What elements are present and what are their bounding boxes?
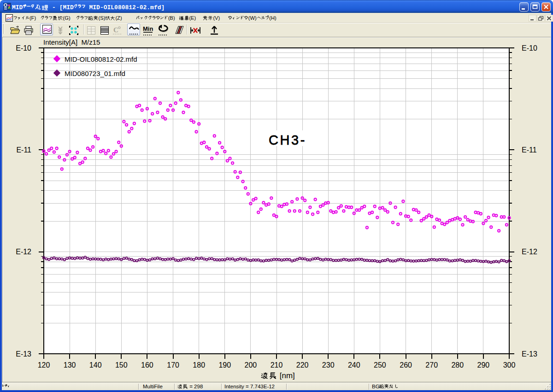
svg-text:140: 140 <box>89 361 102 369</box>
svg-text:CH3-: CH3- <box>269 133 306 147</box>
svg-text:300: 300 <box>503 361 516 369</box>
svg-text:E-10: E-10 <box>16 44 31 52</box>
svg-text:E-12: E-12 <box>522 248 537 256</box>
svg-text:180: 180 <box>193 361 205 369</box>
svg-text:E-13: E-13 <box>522 350 537 358</box>
svg-text:130: 130 <box>64 361 76 369</box>
svg-text:E-11: E-11 <box>16 146 31 154</box>
svg-text:170: 170 <box>167 361 179 369</box>
svg-text:190: 190 <box>218 361 231 369</box>
svg-text:MID-OIL080812-02.mfd: MID-OIL080812-02.mfd <box>65 55 137 63</box>
svg-text:200: 200 <box>245 361 257 369</box>
svg-text:E-13: E-13 <box>16 350 31 358</box>
svg-text:290: 290 <box>477 361 490 369</box>
svg-text:150: 150 <box>115 361 128 369</box>
svg-text:Intensity = 7.743E-12: Intensity = 7.743E-12 <box>224 384 275 389</box>
svg-text:E-11: E-11 <box>522 146 537 154</box>
svg-text:240: 240 <box>348 361 360 369</box>
svg-text:270: 270 <box>425 361 438 369</box>
svg-text:120: 120 <box>38 361 50 369</box>
svg-text:MID080723_01.mfd: MID080723_01.mfd <box>65 70 125 77</box>
svg-text:[nm]: [nm] <box>277 371 295 380</box>
svg-text:= 298: = 298 <box>188 384 203 389</box>
svg-text:E-12: E-12 <box>16 248 31 256</box>
svg-text:260: 260 <box>400 361 412 369</box>
svg-text:160: 160 <box>141 361 153 369</box>
svg-text:230: 230 <box>322 361 335 369</box>
svg-text:210: 210 <box>271 361 283 369</box>
svg-text:280: 280 <box>451 361 464 369</box>
svg-text:Intensity[A] M/z15: Intensity[A] M/z15 <box>43 38 100 46</box>
svg-text:MultiFile: MultiFile <box>143 384 163 389</box>
svg-text:250: 250 <box>374 361 386 369</box>
svg-text:E-10: E-10 <box>522 44 537 52</box>
svg-text:220: 220 <box>296 361 309 369</box>
svg-text:BG: BG <box>372 384 381 389</box>
